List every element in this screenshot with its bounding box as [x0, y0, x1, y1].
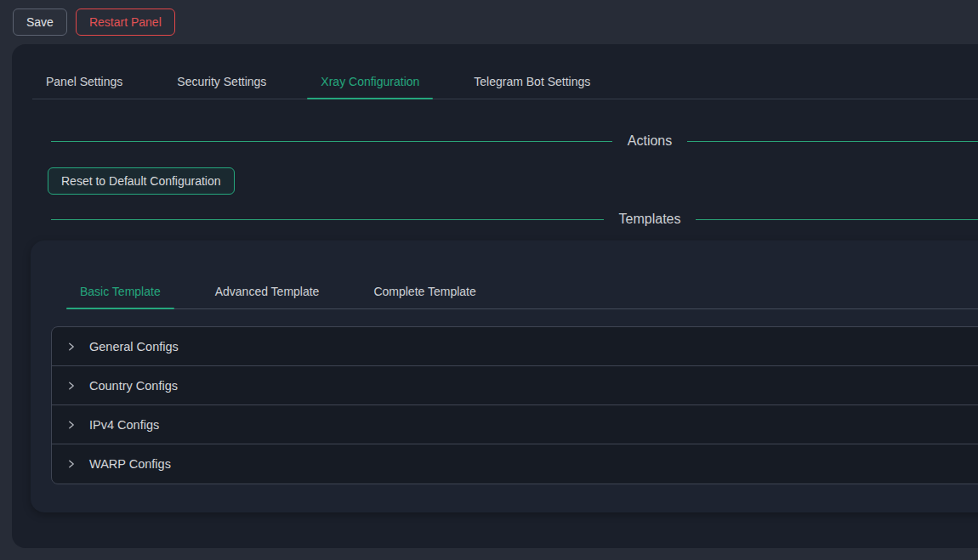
chevron-right-icon: [66, 342, 77, 352]
chevron-right-icon: [66, 381, 77, 391]
templates-divider: Templates: [51, 212, 978, 227]
templates-card: Basic Template Advanced Template Complet…: [31, 240, 978, 512]
template-tabbar: Basic Template Advanced Template Complet…: [66, 274, 978, 309]
actions-divider: Actions: [51, 133, 978, 149]
tab-security-settings[interactable]: Security Settings: [163, 65, 280, 99]
accordion-row-label: IPv4 Configs: [89, 418, 159, 432]
accordion-row-country-configs[interactable]: Country Configs: [52, 366, 978, 405]
accordion-row-warp-configs[interactable]: WARP Configs: [52, 444, 978, 484]
tab-complete-template[interactable]: Complete Template: [360, 274, 489, 308]
settings-card: Panel Settings Security Settings Xray Co…: [12, 44, 978, 548]
tab-telegram-bot-settings[interactable]: Telegram Bot Settings: [460, 65, 604, 99]
chevron-right-icon: [66, 459, 77, 469]
reset-to-default-button[interactable]: Reset to Default Configuration: [48, 167, 235, 195]
tab-basic-template[interactable]: Basic Template: [66, 274, 174, 308]
tab-panel-settings[interactable]: Panel Settings: [32, 65, 136, 99]
config-accordion: General Configs Country Configs IPv4 Con…: [51, 326, 978, 484]
templates-divider-title: Templates: [604, 212, 697, 227]
save-button[interactable]: Save: [13, 8, 67, 36]
tab-xray-configuration[interactable]: Xray Configuration: [307, 65, 433, 99]
chevron-right-icon: [66, 420, 77, 430]
actions-divider-title: Actions: [612, 133, 687, 149]
accordion-row-label: General Configs: [89, 340, 179, 354]
accordion-row-ipv4-configs[interactable]: IPv4 Configs: [52, 405, 978, 444]
tab-advanced-template[interactable]: Advanced Template: [202, 274, 333, 308]
top-action-bar: Save Restart Panel: [0, 0, 978, 44]
accordion-row-label: WARP Configs: [89, 457, 171, 471]
settings-tabbar: Panel Settings Security Settings Xray Co…: [32, 65, 978, 99]
accordion-row-label: Country Configs: [89, 379, 178, 393]
accordion-row-general-configs[interactable]: General Configs: [52, 327, 978, 366]
restart-panel-button[interactable]: Restart Panel: [76, 8, 175, 36]
